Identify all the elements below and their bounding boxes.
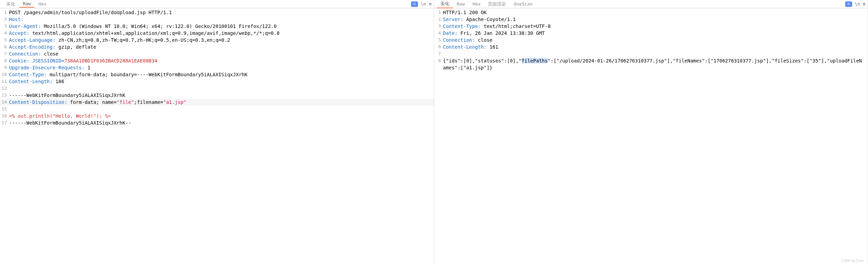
line-content: POST /pages/admin/tools/uploadFile/doUpl… — [9, 9, 434, 16]
line-content: Accept-Language: zh-CN,zh;q=0.8,zh-TW;q=… — [9, 37, 434, 43]
line-content: Connection: close — [443, 37, 868, 43]
code-line[interactable]: 8{"ids":[0],"statuses":[0],"filePaths":[… — [434, 57, 868, 71]
line-number: 8 — [0, 57, 9, 64]
code-line[interactable]: 14Content-Disposition: form-data; name="… — [0, 99, 434, 106]
code-line[interactable]: 6Accept-Encoding: gzip, deflate — [0, 43, 434, 50]
line-content: Content-Type: multipart/form-data; bound… — [9, 71, 434, 78]
line-number: 2 — [434, 16, 443, 23]
response-tabs: 美化RawHex页面渲染OneScan ⎘ \n ≡ — [434, 0, 868, 8]
request-code-area[interactable]: 1POST /pages/admin/tools/uploadFile/doUp… — [0, 8, 434, 264]
code-line[interactable]: 13------WebKitFormBoundary5iALAXISiqxJXr… — [0, 92, 434, 99]
line-content: Connection: close — [9, 50, 434, 57]
line-content: Accept-Encoding: gzip, deflate — [9, 43, 434, 50]
code-line[interactable]: 15 — [0, 106, 434, 113]
line-content: {"ids":[0],"statuses":[0],"filePaths":["… — [443, 57, 868, 71]
line-content: Server: Apache-Coyote/1.1 — [443, 16, 868, 23]
line-number: 15 — [0, 106, 9, 113]
watermark: CSDN @LZsec — [841, 259, 864, 263]
request-tabs: 美化RawHex ⎘ \n ≡ — [0, 0, 434, 8]
line-number: 5 — [434, 37, 443, 43]
line-number: 9 — [0, 64, 9, 71]
copy-button[interactable]: ⎘ — [845, 1, 852, 7]
code-line[interactable]: 6Content-Length: 161 — [434, 43, 868, 50]
code-line[interactable]: 9Upgrade-Insecure-Requests: 1 — [0, 64, 434, 71]
tab-raw[interactable]: Raw — [453, 1, 468, 7]
line-content: Content-Length: 186 — [9, 78, 434, 85]
response-tab-actions: ⎘ \n ≡ — [845, 1, 866, 7]
line-number: 3 — [0, 23, 9, 30]
line-content: ------WebKitFormBoundary5iALAXISiqxJXrhK — [9, 92, 434, 99]
line-number: 4 — [434, 30, 443, 37]
tab-onescan[interactable]: OneScan — [510, 1, 536, 7]
tab-hex[interactable]: Hex — [35, 1, 50, 7]
code-line[interactable]: 4Accept: text/html,application/xhtml+xml… — [0, 30, 434, 37]
line-number: 1 — [434, 9, 443, 16]
line-number: 7 — [434, 50, 443, 57]
code-line[interactable]: 2Server: Apache-Coyote/1.1 — [434, 16, 868, 23]
line-content: User-Agent: Mozilla/5.0 (Windows NT 10.0… — [9, 23, 434, 30]
code-line[interactable]: 3User-Agent: Mozilla/5.0 (Windows NT 10.… — [0, 23, 434, 30]
line-content: Accept: text/html,application/xhtml+xml,… — [9, 30, 434, 37]
code-line[interactable]: 1HTTP/1.1 200 OK — [434, 9, 868, 16]
line-number: 14 — [0, 99, 9, 106]
line-number: 5 — [0, 37, 9, 43]
code-line[interactable]: 5Accept-Language: zh-CN,zh;q=0.8,zh-TW;q… — [0, 37, 434, 43]
line-content: Date: Fri, 26 Jan 2024 13:38:30 GMT — [443, 30, 868, 37]
line-content: HTTP/1.1 200 OK — [443, 9, 868, 16]
line-number: 6 — [434, 43, 443, 50]
tab-美化[interactable]: 美化 — [3, 0, 19, 8]
line-number: 2 — [0, 16, 9, 23]
code-line[interactable]: 12 — [0, 85, 434, 92]
menu-toggle[interactable]: ≡ — [863, 1, 866, 7]
request-tab-actions: ⎘ \n ≡ — [411, 1, 431, 7]
line-number: 1 — [0, 9, 9, 16]
line-number: 6 — [0, 43, 9, 50]
line-number: 7 — [0, 50, 9, 57]
code-line[interactable]: 1POST /pages/admin/tools/uploadFile/doUp… — [0, 9, 434, 16]
line-number: 12 — [0, 85, 9, 92]
tab-页面渲染[interactable]: 页面渲染 — [485, 0, 509, 8]
tab-raw[interactable]: Raw — [19, 0, 34, 8]
code-line[interactable]: 10Content-Type: multipart/form-data; bou… — [0, 71, 434, 78]
copy-button[interactable]: ⎘ — [411, 1, 418, 7]
newline-toggle[interactable]: \n — [855, 1, 860, 7]
code-line[interactable]: 8Cookie: JSESSIONID=738AA10BD1F0362BACD2… — [0, 57, 434, 64]
line-number: 13 — [0, 92, 9, 99]
newline-toggle[interactable]: \n — [421, 1, 426, 7]
line-content: Content-Disposition: form-data; name="fi… — [9, 99, 434, 106]
response-panel: 美化RawHex页面渲染OneScan ⎘ \n ≡ 1HTTP/1.1 200… — [434, 0, 868, 264]
tab-hex[interactable]: Hex — [469, 1, 484, 7]
code-line[interactable]: 5Connection: close — [434, 37, 868, 43]
code-line[interactable]: 3Content-Type: text/html;charset=UTF-8 — [434, 23, 868, 30]
tab-美化[interactable]: 美化 — [437, 0, 453, 8]
line-content: Host: — [9, 16, 434, 23]
code-line[interactable]: 11Content-Length: 186 — [0, 78, 434, 85]
line-number: 11 — [0, 78, 9, 85]
line-content: Upgrade-Insecure-Requests: 1 — [9, 64, 434, 71]
code-line[interactable]: 16<% out.println("Hello, World!"); %> — [0, 113, 434, 119]
code-line[interactable]: 4Date: Fri, 26 Jan 2024 13:38:30 GMT — [434, 30, 868, 37]
line-content: Cookie: JSESSIONID=738AA10BD1F0362BACD28… — [9, 57, 434, 64]
line-content: Content-Length: 161 — [443, 43, 868, 50]
request-panel: 美化RawHex ⎘ \n ≡ 1POST /pages/admin/tools… — [0, 0, 434, 264]
line-number: 3 — [434, 23, 443, 30]
menu-toggle[interactable]: ≡ — [429, 1, 432, 7]
code-line[interactable]: 7 — [434, 50, 868, 57]
response-code-area[interactable]: 1HTTP/1.1 200 OK2Server: Apache-Coyote/1… — [434, 8, 868, 264]
line-content: ------WebKitFormBoundary5iALAXISiqxJXrhK… — [9, 119, 434, 126]
line-content: Content-Type: text/html;charset=UTF-8 — [443, 23, 868, 30]
line-number: 4 — [0, 30, 9, 37]
line-content: <% out.println("Hello, World!"); %> — [9, 113, 434, 119]
code-line[interactable]: 2Host: — [0, 16, 434, 23]
line-number: 16 — [0, 113, 9, 119]
line-number: 17 — [0, 119, 9, 126]
line-number: 10 — [0, 71, 9, 78]
code-line[interactable]: 17------WebKitFormBoundary5iALAXISiqxJXr… — [0, 119, 434, 126]
line-number: 8 — [434, 57, 443, 64]
code-line[interactable]: 7Connection: close — [0, 50, 434, 57]
